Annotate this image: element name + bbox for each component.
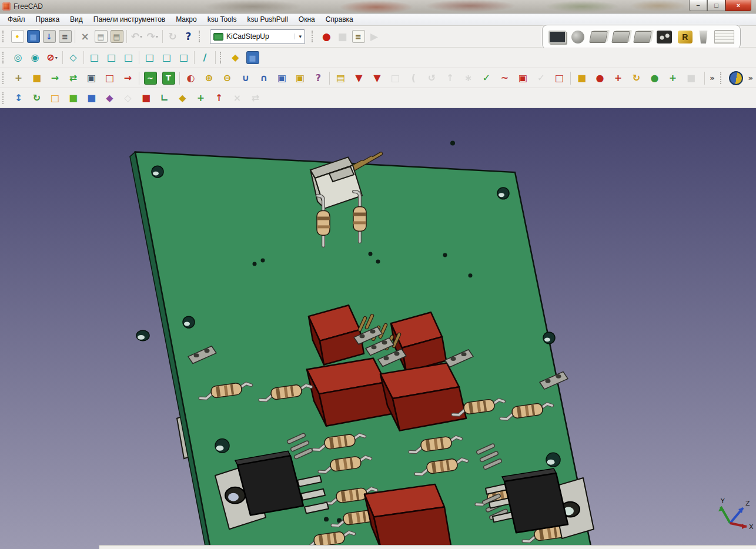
- toolbar-grip[interactable]: [199, 31, 203, 42]
- check-geometry-button[interactable]: ?: [309, 70, 327, 86]
- horizontal-scrollbar[interactable]: [99, 545, 756, 549]
- exploded-move-button[interactable]: ↕: [9, 90, 28, 106]
- open-board-folder-button[interactable]: ■: [244, 49, 261, 66]
- text-to-pcb-button[interactable]: T: [159, 70, 178, 86]
- menu-toolbars[interactable]: Панели инструментов: [88, 14, 170, 25]
- part-origin-button[interactable]: ◆: [173, 90, 192, 106]
- boolean-common-button[interactable]: ∩: [255, 70, 273, 86]
- add-to-tree-button[interactable]: +: [192, 90, 210, 106]
- save-document-button[interactable]: ↓: [41, 28, 57, 45]
- rear-view-button[interactable]: □: [141, 49, 158, 66]
- 3d-scene[interactable]: [0, 108, 756, 549]
- align-to-part-button[interactable]: ●: [645, 70, 664, 86]
- ghost-box-button[interactable]: □: [46, 90, 64, 106]
- menu-view[interactable]: Вид: [65, 14, 88, 25]
- save-document-tile: ↓: [43, 30, 56, 43]
- bottom-view-button[interactable]: □: [158, 49, 175, 66]
- chevron-down-icon[interactable]: ▾: [295, 34, 302, 39]
- check-sketch-button[interactable]: ✓: [477, 70, 496, 86]
- toolbar-grip[interactable]: [2, 72, 6, 84]
- front-view-button[interactable]: □: [86, 49, 103, 66]
- relay-5[interactable]: [364, 484, 451, 549]
- toolbar-grip[interactable]: [220, 52, 224, 63]
- whats-this-button[interactable]: ?: [180, 28, 196, 45]
- export-step-button[interactable]: ▼: [350, 70, 368, 86]
- place-part-button[interactable]: ■: [137, 90, 155, 106]
- macro-edit-button[interactable]: ≡: [350, 28, 366, 45]
- toolbar-grip[interactable]: [2, 92, 6, 104]
- align-parts-blue-button[interactable]: ■: [82, 90, 101, 106]
- viewport[interactable]: Y Z X: [0, 108, 756, 549]
- add-cylinder-button[interactable]: ⊕: [200, 70, 218, 86]
- align-axes-button[interactable]: +: [609, 70, 627, 86]
- menu-edit[interactable]: Правка: [31, 14, 65, 25]
- import-pcb-button[interactable]: ⇄: [64, 70, 82, 86]
- stack-layers-button[interactable]: ▤: [332, 70, 350, 86]
- align-parts-green-button[interactable]: ■: [64, 90, 82, 106]
- move-part-button[interactable]: ■: [573, 70, 591, 86]
- insert-part-button[interactable]: ◆: [227, 49, 244, 66]
- export-pcb3d-button[interactable]: →: [46, 70, 64, 86]
- title-bar[interactable]: FreeCAD – □ ×: [0, 0, 756, 14]
- gear-tool-icon: ∗: [464, 73, 472, 83]
- paste-button[interactable]: ▤: [109, 28, 125, 45]
- menu-help[interactable]: Справка: [320, 14, 359, 25]
- undo-dropdown[interactable]: ▾: [140, 34, 142, 39]
- nav-overflow-button[interactable]: »: [745, 73, 756, 82]
- constrain-lock-button[interactable]: ▣: [514, 70, 532, 86]
- toolbar-grip[interactable]: [720, 72, 724, 84]
- menu-file[interactable]: Файл: [2, 14, 31, 25]
- menu-ksu-pushpull[interactable]: ksu PushPull: [242, 14, 293, 25]
- new-document-button[interactable]: •: [9, 28, 25, 45]
- toolbar-separator: [162, 30, 163, 43]
- measure-distance-button[interactable]: ∕: [196, 49, 213, 66]
- fit-all-button[interactable]: ◎: [9, 49, 26, 66]
- move-footprints-button[interactable]: □: [101, 70, 119, 86]
- copy-button[interactable]: ▤: [93, 28, 109, 45]
- constrain-diamonds-button[interactable]: ◆: [101, 90, 119, 106]
- cut-cylinder-button[interactable]: ⊖: [218, 70, 236, 86]
- sketch-to-pcb-button[interactable]: ~: [141, 70, 159, 86]
- axonometric-view-button[interactable]: ◇: [65, 49, 82, 66]
- close-button[interactable]: ×: [725, 0, 751, 11]
- draw-style-button[interactable]: ⊘▾: [44, 49, 61, 66]
- left-view-button[interactable]: □: [175, 49, 192, 66]
- exploded-rotate-button[interactable]: ↻: [28, 90, 46, 106]
- datum-axes-button[interactable]: ∟: [155, 90, 173, 106]
- toolbar-grip[interactable]: [2, 52, 6, 63]
- minimize-button[interactable]: –: [689, 0, 707, 11]
- open-document-button[interactable]: ■: [25, 28, 41, 45]
- edit-spline-button[interactable]: ~: [496, 70, 514, 86]
- export-dxf-button[interactable]: ▼: [368, 70, 386, 86]
- blend-solid-button[interactable]: ◐: [182, 70, 200, 86]
- boolean-union-button[interactable]: ∪: [236, 70, 255, 86]
- promote-in-tree-button[interactable]: ↑: [210, 90, 228, 106]
- toolbar-grip[interactable]: [2, 31, 6, 42]
- draw-style-dropdown[interactable]: ▾: [55, 55, 58, 61]
- load-kicad-board-button[interactable]: ■: [28, 70, 46, 86]
- push-pcb-button[interactable]: →: [119, 70, 137, 86]
- boolean-xor-button[interactable]: ▣: [291, 70, 309, 86]
- boolean-cut-button[interactable]: ▣: [273, 70, 291, 86]
- fit-selection-button[interactable]: ◉: [26, 49, 44, 66]
- move-axes-button[interactable]: +: [664, 70, 682, 86]
- stepup-config-button[interactable]: +: [9, 70, 28, 86]
- menu-macro[interactable]: Макро: [170, 14, 202, 25]
- rotate-part-button[interactable]: ↻: [627, 70, 645, 86]
- top-view-button[interactable]: □: [103, 49, 120, 66]
- move-to-origin-button[interactable]: ●: [591, 70, 609, 86]
- import-footprint-button[interactable]: ▣: [82, 70, 101, 86]
- show-points-button[interactable]: □: [550, 70, 568, 86]
- cut-button[interactable]: ×: [77, 28, 93, 45]
- stepup-overflow-button[interactable]: »: [707, 73, 717, 82]
- menu-windows[interactable]: Окна: [293, 14, 320, 25]
- right-view-button[interactable]: □: [120, 49, 137, 66]
- workbench-selector[interactable]: KiCadStepUp▾: [210, 29, 305, 44]
- redo-dropdown[interactable]: ▾: [156, 34, 158, 39]
- navigation-style-button[interactable]: [727, 70, 745, 86]
- menu-ksu-tools[interactable]: ksu Tools: [202, 14, 242, 25]
- toolbar-grip[interactable]: [312, 31, 316, 42]
- restore-button[interactable]: □: [707, 0, 725, 11]
- print-button[interactable]: ≡: [57, 28, 73, 45]
- macro-record-button[interactable]: ●: [319, 28, 334, 45]
